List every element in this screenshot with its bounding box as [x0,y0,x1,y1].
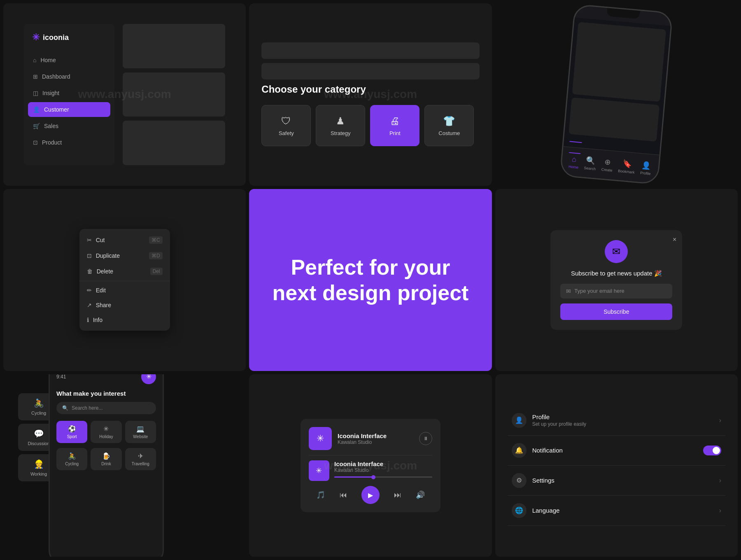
phone-profile-icon: 👤 [641,161,651,170]
tag-travelling[interactable]: ✈ Travelling [125,448,156,470]
menu-share[interactable]: ↗ Share [79,298,170,313]
tag-holiday[interactable]: ✳ Holiday [91,421,121,443]
subscribe-title: Subscribe to get news update 🎉 [560,270,672,277]
category-safety[interactable]: 🛡 Safety [261,105,311,146]
menu-delete[interactable]: 🗑 Delete Del [79,264,170,279]
logo-text: icoonia [43,33,69,42]
tag-sport[interactable]: ⚽ Sport [56,421,87,443]
menu-cut-left: ✂ Cut [87,237,105,243]
phone-fab[interactable]: ✳ [141,374,156,384]
mock-window: ✳ icoonia ⌂ Home ⊞ Dashboard ◫ Insight 👤 [16,16,233,173]
holiday-label: Holiday [99,434,113,439]
hero-line1: Perfect for your [291,255,450,279]
phone-nav-create[interactable]: ⊕ Create [601,157,614,173]
cut-icon: ✂ [87,237,92,243]
email-icon: ✉ [566,288,571,294]
play-button[interactable]: ▶ [361,486,380,504]
settings-notification[interactable]: 🔔 Notification [508,436,725,466]
phone-modal: 9:41 ✳ What make you interest 🔍 Search h… [49,374,164,557]
playlist-button[interactable]: 🎵 [316,490,325,499]
category-grid: 🛡 Safety ♟ Strategy 🖨 Print 👕 Costume [261,105,479,146]
settings-settings[interactable]: ⚙ Settings › [508,466,725,496]
fast-forward-button[interactable]: ⏭ [394,491,401,499]
nav-item-dashboard[interactable]: ⊞ Dashboard [28,69,110,84]
menu-share-label: Share [96,302,111,308]
phone-nav-home[interactable]: ⌂ Home [569,155,580,170]
notification-toggle[interactable] [703,446,721,455]
pause-icon: ⏸ [423,436,428,441]
delete-icon: 🗑 [87,268,93,275]
phone-nav-search[interactable]: 🔍 Search [584,156,597,171]
queue-artist: Kawalan Studio [334,467,432,473]
nav-item-sales[interactable]: 🛒 Sales [28,119,110,133]
category-costume[interactable]: 👕 Costume [424,105,474,146]
tag-website[interactable]: 💻 Website [125,421,156,443]
menu-edit[interactable]: ✏ Edit [79,283,170,298]
print-icon: 🖨 [390,115,400,127]
volume-button[interactable]: 🔊 [416,490,425,499]
notification-title: Notification [532,447,697,454]
nav-label-insight: Insight [42,90,59,96]
profile-title: Profile [532,413,713,420]
menu-info-label: Info [93,317,103,323]
phone-status: 9:41 [56,374,66,380]
pause-button[interactable]: ⏸ [419,432,432,445]
menu-duplicate[interactable]: ⊡ Duplicate ⌘D [79,248,170,264]
cell-category: www.anyusj.com Choose your category 🛡 Sa… [249,3,492,186]
phone-notch [607,8,640,19]
settings-language[interactable]: 🌐 Language › [508,496,725,526]
nav-item-home[interactable]: ⌂ Home [28,53,110,68]
menu-cut[interactable]: ✂ Cut ⌘C [79,232,170,248]
subscribe-button[interactable]: Subscribe [560,303,672,320]
product-icon: ⊡ [33,139,38,146]
rewind-button[interactable]: ⏮ [340,491,347,499]
menu-delete-left: 🗑 Delete [87,268,113,275]
queue-art-icon: ✳ [316,466,322,475]
tag-cycling[interactable]: 🚴 Cycling [56,448,87,470]
menu-cut-label: Cut [96,237,105,243]
phone-search-label: Search [584,166,596,171]
music-player-card: ✳ Icoonia Interface Kawalan Studio ⏸ ✳ I… [301,419,440,512]
close-button[interactable]: × [673,236,676,243]
menu-info[interactable]: ℹ Info [79,313,170,327]
music-divider [309,455,432,455]
phone-content-block [572,22,666,102]
settings-profile[interactable]: 👤 Profile Set up your profile easily › [508,406,725,436]
costume-label: Costume [438,130,460,136]
subscribe-input-wrap[interactable]: ✉ Type your email here [560,284,672,299]
interest-tags: ⚽ Sport ✳ Holiday 💻 Website [56,421,156,443]
content-area [123,24,225,165]
costume-icon: 👕 [443,115,455,127]
nav-label-home: Home [40,57,56,63]
nav-label-customer: Customer [44,106,69,113]
nav-item-customer[interactable]: 👤 Customer [28,102,110,117]
queue-album-art: ✳ [309,460,329,481]
cell-phone: ⌂ Home 🔍 Search ⊕ Create 🔖 Bookmark 👤 [495,3,738,186]
profile-avatar-icon: 👤 [512,413,527,428]
album-art-icon: ✳ [317,433,324,444]
category-strategy[interactable]: ♟ Strategy [316,105,365,146]
drink-tag-icon: 🍺 [102,452,110,460]
top-bar-2 [261,63,479,79]
phone-search-icon: 🔍 [586,156,596,166]
settings-text: Settings [532,477,713,484]
phone-nav-profile[interactable]: 👤 Profile [640,161,652,176]
phone-bookmark-label: Bookmark [618,169,635,174]
home-icon: ⌂ [33,57,36,63]
phone-mockup: ⌂ Home 🔍 Search ⊕ Create 🔖 Bookmark 👤 [559,4,673,185]
tag-drink[interactable]: 🍺 Drink [91,448,121,470]
category-print[interactable]: 🖨 Print [370,105,419,146]
website-icon: 💻 [136,425,144,433]
safety-icon: 🛡 [281,115,291,127]
queue-title: Icoonia Interface [334,460,432,467]
search-icon: 🔍 [62,405,68,411]
travelling-tag-icon: ✈ [138,452,143,460]
nav-item-insight[interactable]: ◫ Insight [28,86,110,100]
music-progress-bar[interactable] [334,476,432,478]
nav-item-product[interactable]: ⊡ Product [28,135,110,150]
content-block-3 [123,121,225,165]
phone-nav-bookmark[interactable]: 🔖 Bookmark [618,159,636,175]
music-controls: 🎵 ⏮ ▶ ⏭ 🔊 [309,486,432,504]
strategy-label: Strategy [331,130,350,136]
search-bar[interactable]: 🔍 Search here... [56,402,156,414]
